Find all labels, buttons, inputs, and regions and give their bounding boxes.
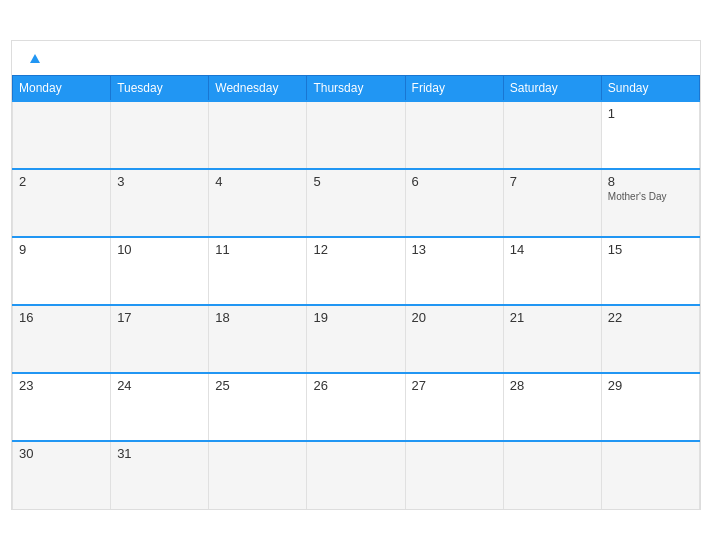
- calendar-cell: 31: [111, 441, 209, 509]
- day-number: 22: [608, 310, 693, 325]
- weekday-header-thursday: Thursday: [307, 75, 405, 101]
- calendar-cell: 1: [601, 101, 699, 169]
- calendar-cell: 27: [405, 373, 503, 441]
- weekday-header-friday: Friday: [405, 75, 503, 101]
- calendar-cell: [209, 441, 307, 509]
- day-number: 14: [510, 242, 595, 257]
- weekday-header-sunday: Sunday: [601, 75, 699, 101]
- calendar-cell: 21: [503, 305, 601, 373]
- calendar-cell: [503, 101, 601, 169]
- calendar-cell: 13: [405, 237, 503, 305]
- day-number: 27: [412, 378, 497, 393]
- day-number: 6: [412, 174, 497, 189]
- calendar-week-row: 23242526272829: [13, 373, 700, 441]
- calendar-cell: 24: [111, 373, 209, 441]
- calendar-week-row: 2345678Mother's Day: [13, 169, 700, 237]
- weekday-header-wednesday: Wednesday: [209, 75, 307, 101]
- calendar-cell: 29: [601, 373, 699, 441]
- calendar-cell: 10: [111, 237, 209, 305]
- calendar-container: MondayTuesdayWednesdayThursdayFridaySatu…: [11, 40, 701, 509]
- day-number: 31: [117, 446, 202, 461]
- calendar-cell: [601, 441, 699, 509]
- day-number: 2: [19, 174, 104, 189]
- day-number: 23: [19, 378, 104, 393]
- calendar-week-row: 1: [13, 101, 700, 169]
- day-number: 11: [215, 242, 300, 257]
- calendar-cell: 16: [13, 305, 111, 373]
- calendar-cell: 26: [307, 373, 405, 441]
- day-number: 29: [608, 378, 693, 393]
- calendar-cell: [405, 441, 503, 509]
- calendar-cell: 15: [601, 237, 699, 305]
- day-number: 10: [117, 242, 202, 257]
- calendar-week-row: 16171819202122: [13, 305, 700, 373]
- calendar-cell: 19: [307, 305, 405, 373]
- day-number: 3: [117, 174, 202, 189]
- weekday-header-monday: Monday: [13, 75, 111, 101]
- day-number: 5: [313, 174, 398, 189]
- calendar-cell: 2: [13, 169, 111, 237]
- calendar-cell: 14: [503, 237, 601, 305]
- calendar-grid: MondayTuesdayWednesdayThursdayFridaySatu…: [12, 75, 700, 509]
- calendar-cell: [307, 101, 405, 169]
- day-number: 24: [117, 378, 202, 393]
- day-number: 30: [19, 446, 104, 461]
- day-number: 16: [19, 310, 104, 325]
- event-text: Mother's Day: [608, 191, 693, 202]
- day-number: 9: [19, 242, 104, 257]
- calendar-week-row: 9101112131415: [13, 237, 700, 305]
- calendar-cell: 11: [209, 237, 307, 305]
- day-number: 28: [510, 378, 595, 393]
- day-number: 15: [608, 242, 693, 257]
- weekday-header-tuesday: Tuesday: [111, 75, 209, 101]
- calendar-cell: [307, 441, 405, 509]
- day-number: 7: [510, 174, 595, 189]
- calendar-cell: [209, 101, 307, 169]
- day-number: 21: [510, 310, 595, 325]
- day-number: 8: [608, 174, 693, 189]
- calendar-cell: 4: [209, 169, 307, 237]
- calendar-cell: 5: [307, 169, 405, 237]
- calendar-cell: 12: [307, 237, 405, 305]
- logo-triangle-icon: [30, 54, 40, 63]
- weekday-header-row: MondayTuesdayWednesdayThursdayFridaySatu…: [13, 75, 700, 101]
- calendar-cell: 9: [13, 237, 111, 305]
- logo-blue: [28, 53, 40, 66]
- calendar-cell: [503, 441, 601, 509]
- calendar-cell: 17: [111, 305, 209, 373]
- calendar-cell: [405, 101, 503, 169]
- calendar-cell: 23: [13, 373, 111, 441]
- weekday-header-saturday: Saturday: [503, 75, 601, 101]
- day-number: 20: [412, 310, 497, 325]
- calendar-cell: 28: [503, 373, 601, 441]
- calendar-cell: 22: [601, 305, 699, 373]
- calendar-cell: [13, 101, 111, 169]
- logo-text: [28, 53, 40, 66]
- calendar-cell: 25: [209, 373, 307, 441]
- calendar-header: [12, 41, 700, 74]
- calendar-cell: 18: [209, 305, 307, 373]
- day-number: 1: [608, 106, 693, 121]
- day-number: 17: [117, 310, 202, 325]
- calendar-cell: 8Mother's Day: [601, 169, 699, 237]
- day-number: 19: [313, 310, 398, 325]
- logo: [28, 53, 40, 66]
- calendar-cell: 20: [405, 305, 503, 373]
- calendar-week-row: 3031: [13, 441, 700, 509]
- day-number: 12: [313, 242, 398, 257]
- day-number: 25: [215, 378, 300, 393]
- calendar-cell: 3: [111, 169, 209, 237]
- calendar-cell: 7: [503, 169, 601, 237]
- calendar-cell: 30: [13, 441, 111, 509]
- day-number: 18: [215, 310, 300, 325]
- day-number: 13: [412, 242, 497, 257]
- day-number: 4: [215, 174, 300, 189]
- calendar-cell: [111, 101, 209, 169]
- day-number: 26: [313, 378, 398, 393]
- calendar-cell: 6: [405, 169, 503, 237]
